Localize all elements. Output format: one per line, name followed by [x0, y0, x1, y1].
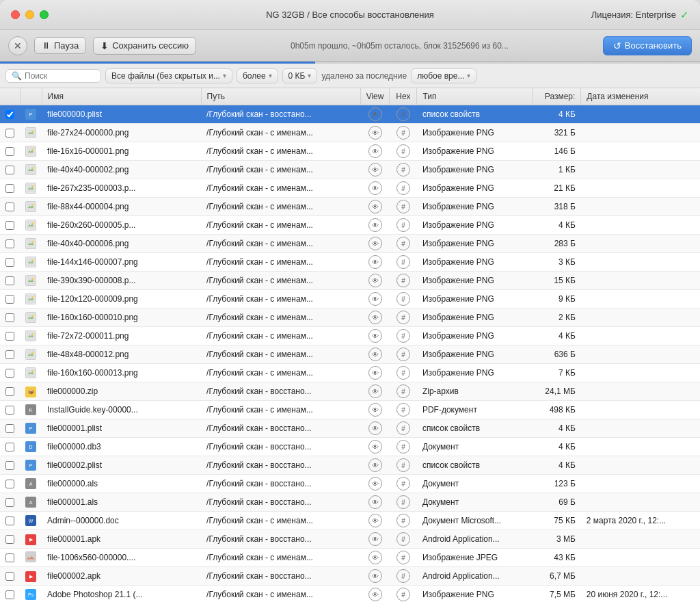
row-checkbox-cell[interactable]: [0, 179, 20, 198]
eye-icon[interactable]: 👁: [368, 477, 382, 490]
hash-icon[interactable]: #: [396, 200, 410, 213]
hash-icon[interactable]: #: [396, 532, 410, 546]
row-checkbox-cell[interactable]: [0, 382, 20, 401]
row-hex[interactable]: #: [390, 290, 417, 309]
eye-icon[interactable]: 👁: [368, 569, 382, 583]
eye-icon[interactable]: 👁: [368, 366, 382, 380]
row-checkbox-cell[interactable]: [0, 530, 20, 549]
row-view[interactable]: 👁: [360, 290, 390, 309]
table-row[interactable]: file-120x120-000009.png /Глубокий скан -…: [0, 290, 700, 309]
row-hex[interactable]: #: [390, 549, 417, 567]
table-row[interactable]: file-40x40-000006.png /Глубокий скан - с…: [0, 235, 700, 253]
eye-icon[interactable]: 👁: [368, 181, 382, 195]
save-session-button[interactable]: ⬇ Сохранить сессию: [93, 37, 196, 55]
row-checkbox[interactable]: [5, 406, 14, 415]
row-hex[interactable]: #: [390, 198, 417, 216]
hash-icon[interactable]: #: [396, 311, 410, 324]
row-checkbox[interactable]: [5, 498, 14, 507]
row-view[interactable]: 👁: [360, 161, 390, 179]
table-row[interactable]: K InstallGuide.key-00000... /Глубокий ск…: [0, 401, 700, 419]
row-checkbox[interactable]: [5, 332, 14, 341]
restore-button[interactable]: ↺ Восстановить: [603, 36, 692, 55]
row-checkbox-cell[interactable]: [0, 345, 20, 364]
eye-icon[interactable]: 👁: [368, 421, 382, 435]
maximize-button[interactable]: [40, 10, 49, 19]
row-view[interactable]: 👁: [360, 235, 390, 253]
row-checkbox[interactable]: [5, 535, 14, 544]
row-checkbox[interactable]: [5, 516, 14, 525]
eye-icon[interactable]: 👁: [368, 495, 382, 509]
hash-icon[interactable]: #: [396, 384, 410, 398]
table-row[interactable]: file-48x48-000012.png /Глубокий скан - с…: [0, 345, 700, 364]
table-row[interactable]: file-27x24-000000.png /Глубокий скан - с…: [0, 124, 700, 142]
row-view[interactable]: 👁: [360, 530, 390, 549]
table-row[interactable]: file-16x16-000001.png /Глубокий скан - с…: [0, 142, 700, 161]
table-row[interactable]: P file000002.plist /Глубокий скан - восс…: [0, 456, 700, 475]
row-checkbox-cell[interactable]: [0, 216, 20, 235]
table-row[interactable]: Ps Adobe Photoshop 21.1 (... /Глубокий с…: [0, 586, 700, 603]
row-hex[interactable]: #: [390, 586, 417, 603]
row-checkbox-cell[interactable]: [0, 253, 20, 272]
hash-icon[interactable]: #: [396, 514, 410, 527]
eye-icon[interactable]: 👁: [368, 403, 382, 417]
row-view[interactable]: 👁: [360, 309, 390, 327]
table-row[interactable]: D file000000.db3 /Глубокий скан - восста…: [0, 438, 700, 456]
row-hex[interactable]: #: [390, 235, 417, 253]
row-view[interactable]: 👁: [360, 198, 390, 216]
row-view[interactable]: 👁: [360, 512, 390, 530]
size-value-filter[interactable]: 0 КБ ▾: [282, 68, 318, 83]
row-checkbox-cell[interactable]: [0, 161, 20, 179]
row-checkbox[interactable]: [5, 424, 14, 433]
hash-icon[interactable]: #: [396, 477, 410, 490]
row-checkbox-cell[interactable]: [0, 438, 20, 456]
table-row[interactable]: P file000001.plist /Глубокий скан - восс…: [0, 419, 700, 438]
row-view[interactable]: 👁: [360, 124, 390, 142]
hash-icon[interactable]: #: [396, 292, 410, 306]
row-checkbox-cell[interactable]: [0, 512, 20, 530]
eye-icon[interactable]: 👁: [368, 126, 382, 140]
hash-icon[interactable]: #: [396, 440, 410, 454]
row-hex[interactable]: #: [390, 124, 417, 142]
row-checkbox-cell[interactable]: [0, 493, 20, 512]
row-hex[interactable]: #: [390, 382, 417, 401]
table-row[interactable]: file-144x146-000007.png /Глубокий скан -…: [0, 253, 700, 272]
col-header-hex[interactable]: Hex: [390, 88, 417, 105]
row-checkbox-cell[interactable]: [0, 419, 20, 438]
close-icon[interactable]: ✕: [8, 36, 27, 55]
hash-icon[interactable]: #: [396, 495, 410, 509]
eye-icon[interactable]: 👁: [368, 218, 382, 232]
row-checkbox[interactable]: [5, 202, 14, 211]
row-checkbox[interactable]: [5, 184, 14, 193]
row-view[interactable]: 👁: [360, 272, 390, 290]
row-checkbox[interactable]: [5, 480, 14, 488]
row-view[interactable]: 👁: [360, 382, 390, 401]
table-row[interactable]: 📦 file000000.zip /Глубокий скан - восста…: [0, 382, 700, 401]
row-checkbox[interactable]: [5, 369, 14, 378]
row-view[interactable]: 👁: [360, 475, 390, 493]
table-row[interactable]: file-72x72-000011.png /Глубокий скан - с…: [0, 327, 700, 345]
pause-button[interactable]: ⏸ Пауза: [34, 37, 86, 54]
row-checkbox-cell[interactable]: [0, 272, 20, 290]
row-view[interactable]: 👁: [360, 253, 390, 272]
row-view[interactable]: 👁: [360, 419, 390, 438]
row-checkbox[interactable]: [5, 387, 14, 396]
hash-icon[interactable]: #: [396, 218, 410, 232]
hash-icon[interactable]: #: [396, 458, 410, 472]
row-view[interactable]: 👁: [360, 364, 390, 382]
eye-icon[interactable]: 👁: [368, 384, 382, 398]
eye-icon[interactable]: 👁: [368, 532, 382, 546]
row-hex[interactable]: #: [390, 512, 417, 530]
hash-icon[interactable]: #: [396, 403, 410, 417]
hash-icon[interactable]: #: [396, 329, 410, 343]
row-view[interactable]: 👁: [360, 216, 390, 235]
row-hex[interactable]: #: [390, 309, 417, 327]
eye-icon[interactable]: 👁: [368, 311, 382, 324]
row-hex[interactable]: #: [390, 161, 417, 179]
row-hex[interactable]: #: [390, 216, 417, 235]
hash-icon[interactable]: #: [396, 237, 410, 250]
hash-icon[interactable]: #: [396, 181, 410, 195]
row-view[interactable]: 👁: [360, 567, 390, 586]
eye-icon[interactable]: 👁: [368, 440, 382, 454]
row-checkbox-cell[interactable]: [0, 364, 20, 382]
row-hex[interactable]: #: [390, 419, 417, 438]
